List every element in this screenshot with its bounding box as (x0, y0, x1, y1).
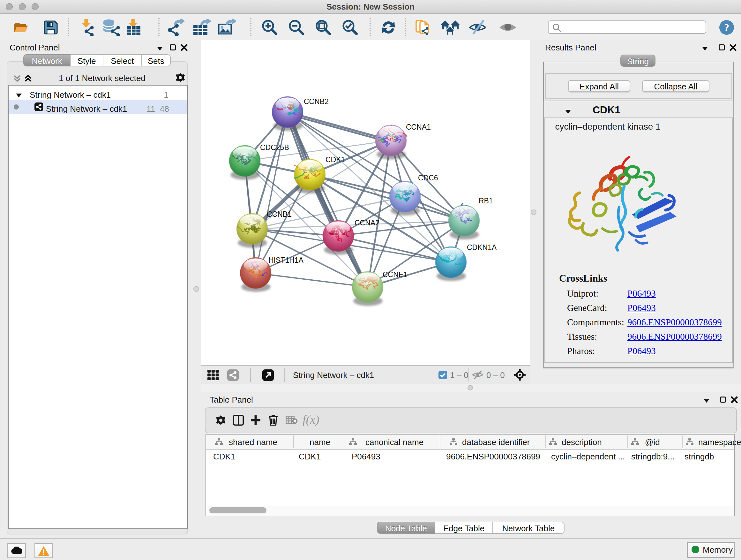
svg-text:CDC6: CDC6 (418, 174, 438, 182)
svg-text:CCNB2: CCNB2 (304, 98, 329, 106)
svg-text:HIST1H1A: HIST1H1A (268, 256, 304, 264)
svg-text:CDC25B: CDC25B (260, 143, 289, 152)
svg-text:CCNA2: CCNA2 (354, 219, 380, 227)
svg-text:RB1: RB1 (479, 197, 493, 205)
svg-text:CCNE1: CCNE1 (383, 270, 408, 279)
svg-text:CCNB1: CCNB1 (267, 210, 292, 219)
svg-text:CDK1: CDK1 (326, 155, 345, 164)
svg-text:CDKN1A: CDKN1A (467, 243, 497, 252)
svg-text:CCNA1: CCNA1 (406, 123, 431, 131)
